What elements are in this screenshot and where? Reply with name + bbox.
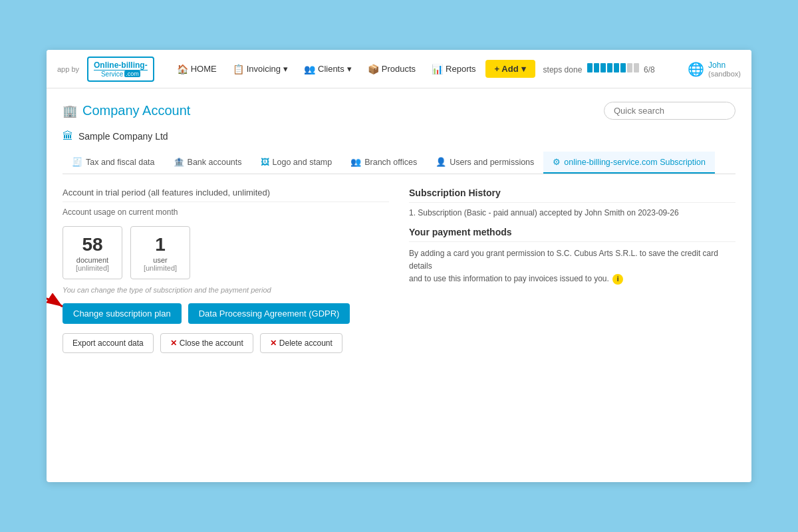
user-sandbox: (sandbox) (708, 70, 741, 78)
page-content: 🏢 Company Account 🏛 Sample Company Ltd 🧾… (47, 88, 751, 376)
nav-invoicing-label: Invoicing (247, 64, 281, 74)
nav-clients-label: Clients (318, 64, 344, 74)
add-chevron-icon: ▾ (521, 64, 526, 74)
page-title: 🏢 Company Account (63, 103, 190, 118)
steps-count: 6/8 (644, 65, 655, 74)
stat-users: 1 user [unlimited] (130, 226, 190, 279)
section-title: Account in trial period (all features in… (63, 188, 389, 202)
stat-user-number: 1 (143, 233, 178, 256)
stat-doc-sublabel: [unlimited] (75, 264, 110, 272)
page-title-text: Company Account (82, 103, 190, 118)
nav-clients[interactable]: 👥 Clients ▾ (297, 60, 358, 78)
stat-documents: 58 document [unlimited] (63, 226, 122, 279)
nav-reports[interactable]: 📊 Reports (425, 60, 483, 78)
app-by-label: app by (57, 65, 79, 73)
nav-invoicing[interactable]: 📋 Invoicing ▾ (226, 60, 295, 78)
stats-row: 58 document [unlimited] 1 user [unlimite… (63, 226, 389, 279)
logo[interactable]: Online-billing- Service .com (87, 57, 154, 82)
quick-search-input[interactable] (604, 102, 735, 120)
tab-branch[interactable]: 👥 Branch offices (341, 152, 426, 174)
tab-subscription-label: online-billing-service.com Subscription (564, 158, 706, 167)
tax-icon: 🧾 (72, 157, 82, 167)
nav-items: 🏠 HOME 📋 Invoicing ▾ 👥 Clients ▾ 📦 Produ… (170, 60, 682, 78)
subscription-icon: ⚙ (553, 157, 561, 167)
users-icon: 👤 (436, 157, 446, 167)
history-item: 1. Subscription (Basic - paid annual) ac… (409, 208, 735, 217)
payment-methods-title: Your payment methods (409, 227, 735, 242)
logo-icon: 🖼 (261, 157, 269, 167)
stat-doc-number: 58 (75, 233, 110, 256)
nav-reports-label: Reports (446, 64, 476, 74)
tab-branch-label: Branch offices (364, 158, 417, 167)
tab-logo-label: Logo and stamp (273, 158, 332, 167)
left-col: Account in trial period (all features in… (63, 188, 389, 362)
logo-com: .com (124, 70, 140, 77)
nav-products[interactable]: 📦 Products (361, 60, 422, 78)
company-icon: 🏢 (63, 104, 77, 118)
gdpr-button[interactable]: Data Processing Agreement (GDPR) (188, 303, 350, 324)
tabs-row: 🧾 Tax and fiscal data 🏦 Bank accounts 🖼 … (63, 152, 735, 174)
reports-icon: 📊 (432, 64, 443, 74)
close-account-button[interactable]: ✕ Close the account (160, 333, 253, 353)
action-buttons-row: Export account data ✕ Close the account … (63, 333, 389, 353)
branch-icon: 👥 (350, 157, 361, 167)
steps-bar (587, 63, 639, 72)
nav-home[interactable]: 🏠 HOME (170, 60, 223, 78)
company-row: 🏛 Sample Company Ltd (63, 130, 735, 142)
home-icon: 🏠 (177, 64, 188, 74)
stat-doc-label: document (75, 256, 110, 264)
bank-icon: 🏦 (174, 157, 184, 167)
close-account-label: Close the account (180, 338, 243, 348)
right-col: Subscription History 1. Subscription (Ba… (409, 188, 735, 362)
tab-bank[interactable]: 🏦 Bank accounts (164, 152, 251, 174)
usage-label: Account usage on current month (63, 207, 389, 217)
invoicing-icon: 📋 (233, 64, 244, 74)
delete-x-icon: ✕ (270, 338, 277, 348)
change-plan-row: Change subscription plan Data Processing… (63, 303, 389, 324)
globe-icon: 🌐 (688, 61, 704, 77)
nav-home-label: HOME (191, 64, 217, 74)
info-icon: i (612, 274, 623, 285)
clients-chevron-icon: ▾ (347, 64, 352, 74)
main-cols: Account in trial period (all features in… (63, 188, 735, 362)
tab-tax[interactable]: 🧾 Tax and fiscal data (63, 152, 164, 174)
close-x-icon: ✕ (170, 338, 177, 348)
logo-line1: Online-billing- (94, 61, 148, 70)
add-button[interactable]: + Add ▾ (485, 60, 535, 78)
top-nav: app by Online-billing- Service .com 🏠 HO… (47, 50, 751, 88)
tab-subscription[interactable]: ⚙ online-billing-service.com Subscriptio… (543, 152, 715, 174)
tab-logo[interactable]: 🖼 Logo and stamp (251, 152, 342, 174)
delete-account-label: Delete account (279, 338, 332, 348)
page-title-row: 🏢 Company Account (63, 102, 735, 120)
tab-tax-label: Tax and fiscal data (86, 158, 155, 167)
products-icon: 📦 (368, 64, 379, 74)
tab-users[interactable]: 👤 Users and permissions (426, 152, 543, 174)
payment-text-2: and to use this information to pay invoi… (409, 274, 609, 283)
user-area[interactable]: 🌐 John (sandbox) (688, 61, 741, 78)
logo-line2: Service (101, 70, 123, 78)
export-account-data-button[interactable]: Export account data (63, 333, 154, 353)
tab-bank-label: Bank accounts (188, 158, 242, 167)
stat-user-label: user (143, 256, 178, 264)
invoicing-chevron-icon: ▾ (283, 64, 288, 74)
user-name: John (708, 61, 741, 70)
steps-done-label: steps done 6/8 (543, 63, 655, 74)
company-building-icon: 🏛 (63, 130, 73, 142)
delete-account-button[interactable]: ✕ Delete account (260, 333, 342, 353)
add-label: + Add (495, 64, 519, 74)
red-arrow (47, 290, 69, 323)
change-subscription-plan-button[interactable]: Change subscription plan (63, 303, 182, 324)
payment-text: By adding a card you grant permission to… (409, 247, 735, 286)
payment-text-1: By adding a card you grant permission to… (409, 249, 718, 271)
hint-text: You can change the type of subscription … (63, 286, 389, 294)
company-name: Sample Company Ltd (78, 131, 168, 142)
tab-users-label: Users and permissions (450, 158, 534, 167)
clients-icon: 👥 (304, 64, 315, 74)
stat-user-sublabel: [unlimited] (143, 264, 178, 272)
subscription-history-title: Subscription History (409, 188, 735, 203)
nav-products-label: Products (382, 64, 416, 74)
